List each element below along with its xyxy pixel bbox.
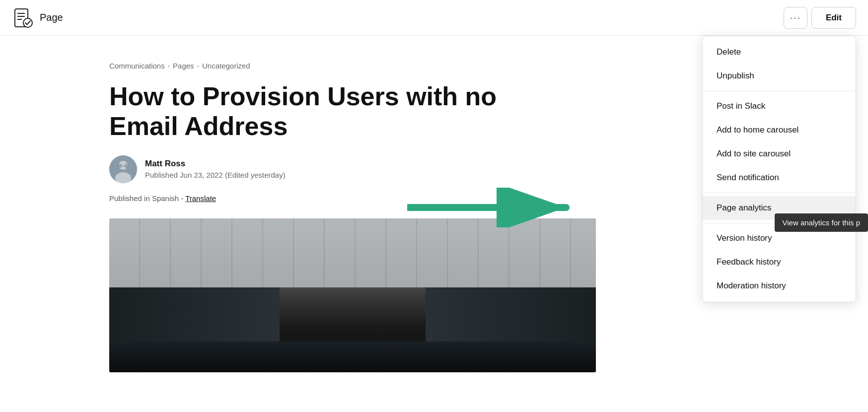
breadcrumb-sep-1: ›	[168, 62, 170, 69]
published-text: Published in Spanish -	[109, 194, 185, 203]
menu-item-post-in-slack[interactable]: Post in Slack	[703, 94, 856, 118]
app-title: Page	[40, 12, 63, 23]
article-title: How to Provision Users with no Email Add…	[109, 82, 536, 141]
more-button[interactable]: ···	[784, 7, 807, 29]
author-date: Published Jun 23, 2022 (Edited yesterday…	[145, 171, 286, 179]
menu-item-send-notification[interactable]: Send notification	[703, 166, 856, 190]
breadcrumb-sep-2: ›	[197, 62, 199, 69]
author-row: Matt Ross Published Jun 23, 2022 (Edited…	[109, 155, 576, 183]
svg-point-8	[118, 164, 122, 168]
author-meta: Matt Ross Published Jun 23, 2022 (Edited…	[145, 159, 286, 179]
tooltip: View analytics for this p	[775, 213, 868, 232]
arrow-container	[407, 188, 576, 229]
menu-item-moderation-history[interactable]: Moderation history	[703, 274, 856, 298]
svg-point-9	[124, 164, 128, 168]
dropdown-menu: Delete Unpublish Post in Slack Add to ho…	[702, 36, 856, 302]
breadcrumb-item-uncategorized[interactable]: Uncategorized	[202, 62, 250, 70]
menu-item-unpublish[interactable]: Unpublish	[703, 64, 856, 88]
svg-point-4	[23, 18, 32, 27]
menu-divider-2	[703, 193, 856, 193]
menu-item-delete[interactable]: Delete	[703, 40, 856, 64]
menu-item-feedback-history[interactable]: Feedback history	[703, 250, 856, 274]
menu-item-add-home-carousel[interactable]: Add to home carousel	[703, 118, 856, 142]
translate-link[interactable]: Translate	[185, 194, 216, 203]
avatar	[109, 155, 137, 183]
svg-rect-10	[122, 166, 124, 167]
author-name: Matt Ross	[145, 159, 286, 169]
menu-divider-1	[703, 91, 856, 91]
toolbar-left: Page	[12, 7, 63, 29]
menu-item-add-site-carousel[interactable]: Add to site carousel	[703, 142, 856, 166]
toolbar: Page ··· Edit	[0, 0, 868, 36]
toolbar-right: ··· Edit	[784, 7, 856, 29]
breadcrumb-item-communications[interactable]: Communications	[109, 62, 165, 70]
breadcrumb-item-pages[interactable]: Pages	[173, 62, 194, 70]
edit-button[interactable]: Edit	[811, 7, 856, 29]
page-icon	[12, 7, 34, 29]
breadcrumb: Communications › Pages › Uncategorized	[109, 62, 576, 70]
hero-image	[109, 218, 596, 372]
